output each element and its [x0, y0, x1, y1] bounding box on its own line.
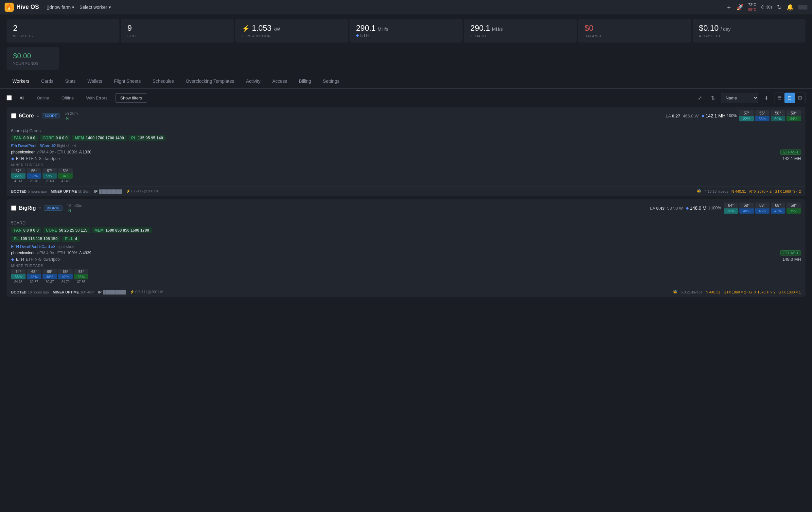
mem-badge-6core: MEM 1400 1700 1700 1400 [72, 135, 126, 141]
tab-billing[interactable]: Billing [293, 75, 317, 88]
funds-label: YOUR FUNDS [13, 61, 52, 65]
flight-sheet-name-bigrig: ETH DwarfPool 5Card #3 [11, 245, 55, 249]
tab-overclocking[interactable]: Overclocking Templates [180, 75, 240, 88]
thread-b4: 58° 35% 37.85 [74, 269, 88, 284]
worker-footer-bigrig: BOOTED 19 hours ago MINER UPTIME 18h 40m… [6, 287, 806, 297]
fan-badge-6core: FAN 0 0 0 0 [11, 135, 38, 141]
expand-icon[interactable]: ⤢ [695, 93, 705, 103]
download-button[interactable]: ⬇ [761, 93, 772, 103]
timer-badge: ⏱ 30s [761, 5, 773, 9]
eth-mh-6core: 142.1 MH [706, 113, 726, 118]
worker-chevron: ▾ [109, 5, 111, 10]
worker-detail-6core: 6core (4) Cards FAN 0 0 0 0 CORE 0 0 0 0… [6, 125, 806, 186]
worker-checkbox-bigrig[interactable] [11, 205, 17, 211]
coin-icon-6core: ◆ [11, 157, 14, 161]
consumption-value: ⚡ 1.053 kW [242, 24, 342, 33]
power-6core: 466.0 W [683, 114, 698, 118]
thread-3: 59° 34% 41.40 [58, 168, 72, 183]
ip-value-bigrig: █████████ [103, 290, 126, 294]
worker-header-bigrig: BigRig ≡ BIGRIG 18h 40m N LA 0.43 587.0 … [6, 199, 806, 217]
core-badge-6core: CORE 0 0 0 0 [40, 135, 70, 141]
list-view-button[interactable]: ☰ [774, 93, 785, 103]
logo[interactable]: 🔥 Hive OS [5, 3, 39, 12]
rocket-icon[interactable]: 🚀 [736, 4, 744, 10]
temp-cell-b4: 58° 35% [786, 202, 801, 214]
worker-menu-icon-6core[interactable]: ≡ [36, 113, 39, 118]
tab-flight-sheets[interactable]: Flight Sheets [108, 75, 147, 88]
worker-checkbox-6core[interactable] [11, 113, 17, 118]
bell-icon[interactable]: 🔔 [786, 4, 794, 10]
filter-bar: All Online Offline With Errors Show filt… [0, 89, 812, 107]
eth-diamond-bigrig: ◆ [686, 206, 689, 210]
tab-cards[interactable]: Cards [35, 75, 59, 88]
refresh-button[interactable]: ↻ [777, 4, 782, 10]
tab-activity[interactable]: Activity [240, 75, 266, 88]
show-filters-button[interactable]: Show filters [115, 93, 147, 103]
card-view-button[interactable]: ⊞ [795, 93, 806, 103]
sort-select[interactable]: Name Hashrate GPU Count Temperature [721, 93, 758, 103]
badges-row-6core: FAN 0 0 0 0 CORE 0 0 0 0 MEM 1400 1700 1… [11, 135, 801, 141]
miner-uptime-item-bigrig: MINER UPTIME 18h 40m [53, 290, 94, 294]
worker-menu-icon-bigrig[interactable]: ≡ [38, 205, 41, 211]
threads-grid-6core: 57° 22% 41.41 55° 52% 29.70 57° [11, 168, 801, 183]
mh-display-6core: 142.1 MH [783, 156, 801, 161]
tab-wallets[interactable]: Wallets [82, 75, 108, 88]
eth-value: 290.1 MH/s [356, 24, 456, 33]
tab-workers[interactable]: Workers [6, 75, 35, 88]
funds-value: $0.00 [13, 52, 52, 60]
tab-settings[interactable]: Settings [317, 75, 346, 88]
mem-badge-bigrig: MEM 1600 850 850 1600 1700 [92, 227, 152, 233]
gpu-list-bigrig: GTX 1060 × 2 · GTX 1070 Ti × 2 · GTX 108… [724, 290, 801, 294]
ethash-label: ETHASH [470, 34, 570, 38]
tab-access[interactable]: Access [266, 75, 293, 88]
worker-selector[interactable]: Select worker ▾ [80, 5, 111, 10]
net-badge-bigrig: ⚡ 0.6-112@200116 [130, 290, 163, 294]
logo-icon: 🔥 [5, 3, 14, 12]
worker-footer-6core: BOOTED 5 hours ago MINER UPTIME 5h 20m I… [6, 186, 806, 196]
farm-selector[interactable]: jjdnow farm ▾ [48, 5, 75, 10]
footer-right-bigrig: 🐝 5.0.21-hiveos N 440.31 GTX 1060 × 2 · … [673, 290, 801, 294]
worker-header-6core: 6Core ≡ 6CORE 5h 20m N LA 0.27 466.0 W ◆… [6, 107, 806, 125]
eth-inline-6core: ◆ 142.1 MH 100% [701, 113, 737, 118]
worker-name-6core: 6Core [19, 113, 34, 119]
coin-icon-bigrig: ◆ [11, 257, 14, 262]
pl-badge-bigrig: PL 105 115 115 105 150 [11, 236, 60, 242]
cards-label-bigrig: 5CARD [11, 221, 801, 225]
hiveos-ver-6core: 4.13.16-hiveos [705, 190, 728, 193]
la-label-bigrig: LA 0.43 [650, 206, 664, 211]
thread-1: 55° 52% 29.70 [27, 168, 41, 183]
filter-online[interactable]: Online [32, 93, 54, 103]
tab-stats[interactable]: Stats [59, 75, 82, 88]
mh-display-bigrig: 148.0 MH [783, 257, 801, 262]
temp2: 85°C [748, 7, 756, 12]
eth-diamond: ◆ [356, 33, 359, 38]
coin-label-6core: ETH [16, 157, 24, 161]
miner-threads-bigrig: MINER THREADS 64° 36% 24.68 68° 48% 30.3… [11, 264, 801, 284]
filter-with-errors[interactable]: With Errors [82, 93, 112, 103]
coin-row-bigrig: ◆ ETH ETH N-S dwarfpool 148.0 MH [11, 257, 801, 262]
sort-direction-button[interactable]: ⇅ [708, 93, 718, 103]
user-avatar[interactable] [798, 5, 807, 9]
stat-balance: $0 BALANCE [578, 19, 691, 42]
worker-card-6core: 6Core ≡ 6CORE 5h 20m N LA 0.27 466.0 W ◆… [6, 107, 806, 196]
filter-offline[interactable]: Offline [57, 93, 78, 103]
net-badge-6core: ⚡ 0.6-112@200116 [126, 189, 159, 193]
grid-view-button[interactable]: ⊟ [785, 93, 795, 103]
eth-diamond-6core: ◆ [701, 114, 704, 118]
pool-name-bigrig: dwarfpool [44, 257, 60, 262]
topnav: 🔥 Hive OS · jjdnow farm ▾ · Select worke… [0, 0, 812, 15]
miner-ver-bigrig: v.PM 4.9c - ETH [37, 251, 65, 255]
eth-mh-bigrig: 148.0 MH [690, 205, 710, 211]
miner-name-6core: phoenixminer [11, 150, 35, 154]
booted-item-6core: BOOTED 5 hours ago [11, 190, 47, 193]
ip-value-6core: █████████ [99, 190, 122, 193]
filter-all[interactable]: All [15, 93, 29, 103]
select-all-checkbox[interactable] [6, 95, 12, 101]
eth-sub: ◆ ETH [356, 33, 456, 38]
miner-name-bigrig: phoenixminer [11, 251, 35, 255]
worker-uptime-6core: 5h 20m [64, 111, 78, 116]
add-button[interactable]: ＋ [726, 4, 732, 10]
daily-value: $0.10 / day [699, 24, 799, 33]
tab-schedules[interactable]: Schedules [147, 75, 180, 88]
temp-grid-bigrig: 64° 36% 68° 48% 68° 46% 68° 42% [724, 202, 801, 214]
